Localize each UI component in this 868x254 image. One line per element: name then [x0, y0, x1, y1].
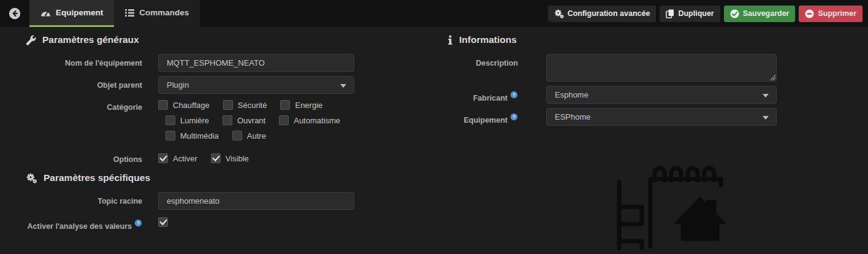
- section-title-text: Informations: [459, 34, 517, 45]
- tab-commandes[interactable]: Commandes: [114, 0, 200, 27]
- checkbox-label: Energie: [295, 101, 322, 110]
- check-circle-icon: [730, 9, 739, 18]
- button-label: Sauvegarder: [743, 9, 790, 18]
- category-checkbox-automatisme[interactable]: Automatisme: [279, 115, 340, 125]
- svg-text:?: ?: [512, 92, 516, 98]
- fabricant-row: Fabricant? Esphome: [429, 86, 868, 104]
- chevron-down-icon: [763, 116, 769, 120]
- wrench-icon: [26, 35, 36, 45]
- category-checkbox-ouvrant[interactable]: Ouvrant: [223, 115, 265, 125]
- fabricant-label: Fabricant?: [429, 86, 518, 104]
- equipement-type-select[interactable]: ESPhome: [546, 108, 777, 126]
- tab-label: Equipement: [56, 8, 103, 17]
- action-buttons: Configuration avancée Dupliquer Sauvegar…: [548, 0, 868, 27]
- checkbox[interactable]: [223, 115, 232, 125]
- checkbox-label: Sécurité: [238, 101, 267, 110]
- category-checkbox-chauffage[interactable]: Chauffage: [158, 100, 210, 110]
- esphome-logo: [613, 158, 726, 250]
- advanced-config-button[interactable]: Configuration avancée: [548, 6, 657, 22]
- checkbox[interactable]: [280, 100, 290, 110]
- parent-object-select[interactable]: Plugin: [158, 76, 354, 94]
- option-checkbox-activer[interactable]: Activer: [158, 153, 197, 163]
- info-icon: [447, 35, 453, 45]
- informations-panel: Informations Description Fabricant? Esph…: [429, 34, 868, 130]
- general-panel: Paramètres généraux Nom de l'équipement …: [0, 34, 417, 235]
- checkbox[interactable]: [158, 153, 168, 163]
- checkbox-label: Visible: [226, 154, 249, 163]
- selected-value: ESPhome: [555, 112, 591, 121]
- checkbox-label: Ouvrant: [237, 116, 265, 125]
- label-text: Equipement: [463, 116, 508, 125]
- informations-section-title: Informations: [447, 34, 868, 45]
- label-text: Fabricant: [473, 94, 508, 102]
- question-circle-icon[interactable]: ?: [134, 219, 142, 227]
- equipment-name-input[interactable]: [158, 54, 354, 72]
- checkbox[interactable]: [166, 115, 175, 125]
- chevron-down-icon: [340, 84, 346, 88]
- question-circle-icon[interactable]: ?: [510, 91, 518, 99]
- root-topic-label: Topic racine: [0, 192, 142, 210]
- button-label: Configuration avancée: [568, 9, 650, 18]
- cogs-icon: [554, 9, 564, 18]
- checkbox[interactable]: [158, 217, 168, 227]
- resize-grip[interactable]: [770, 75, 775, 80]
- checkbox-label: Autre: [247, 131, 266, 140]
- chevron-down-icon: [763, 94, 769, 98]
- options-label: Options: [0, 150, 142, 164]
- svg-text:?: ?: [137, 220, 140, 226]
- selected-value: Esphome: [555, 90, 588, 99]
- root-topic-row: Topic racine: [0, 192, 417, 210]
- checkbox-label: Activer: [173, 154, 197, 163]
- checkbox[interactable]: [158, 100, 168, 110]
- save-button[interactable]: Sauvegarder: [724, 6, 796, 22]
- question-circle-icon[interactable]: ?: [510, 113, 518, 121]
- label-text: Activer l'analyse des valeurs: [28, 222, 132, 231]
- checkbox[interactable]: [279, 115, 289, 125]
- svg-text:?: ?: [512, 114, 516, 120]
- delete-button[interactable]: Supprimer: [799, 6, 862, 22]
- fabricant-select[interactable]: Esphome: [546, 86, 777, 104]
- gauge-icon: [40, 8, 51, 17]
- description-textarea[interactable]: [546, 54, 777, 82]
- checkbox[interactable]: [211, 153, 221, 163]
- arrow-left-circle-icon: [8, 7, 21, 20]
- selected-value: Plugin: [167, 80, 189, 90]
- category-checkbox-securite[interactable]: Sécurité: [223, 100, 267, 110]
- category-checkbox-autre[interactable]: Autre: [232, 131, 266, 140]
- options-row: Options Activer Visible: [0, 150, 417, 164]
- button-label: Dupliquer: [678, 9, 714, 18]
- value-analysis-checkbox[interactable]: [158, 217, 354, 227]
- option-checkbox-visible[interactable]: Visible: [211, 153, 249, 163]
- tab-strip: Equipement Commandes: [29, 0, 200, 27]
- duplicate-button[interactable]: Dupliquer: [660, 6, 720, 22]
- equipment-name-label: Nom de l'équipement: [0, 54, 142, 72]
- checkbox[interactable]: [223, 100, 233, 110]
- parent-object-row: Objet parent Plugin: [0, 76, 417, 94]
- equipment-name-row: Nom de l'équipement: [0, 54, 417, 72]
- category-row: Catégorie Chauffage Sécurité Energie: [0, 98, 417, 146]
- checkbox[interactable]: [166, 131, 175, 140]
- back-button[interactable]: [0, 0, 29, 27]
- category-checkbox-energie[interactable]: Energie: [280, 100, 322, 110]
- description-row: Description: [429, 54, 868, 82]
- tab-label: Commandes: [139, 8, 189, 17]
- checkbox-label: Chauffage: [173, 101, 210, 110]
- root-topic-input[interactable]: [158, 192, 354, 210]
- minus-circle-icon: [805, 9, 814, 18]
- checkbox[interactable]: [232, 131, 242, 140]
- category-checkbox-lumiere[interactable]: Lumière: [166, 115, 209, 125]
- specific-section-title: Paramètres spécifiques: [26, 172, 417, 183]
- category-checkbox-multimedia[interactable]: Multimédia: [166, 131, 219, 140]
- checkbox-label: Multimédia: [180, 131, 219, 140]
- description-label: Description: [429, 54, 518, 82]
- copy-icon: [666, 9, 674, 18]
- value-analysis-label: Activer l'analyse des valeurs?: [0, 214, 142, 231]
- checkbox-label: Automatisme: [294, 116, 340, 125]
- equipement-type-row: Equipement? ESPhome: [429, 108, 868, 126]
- general-section-title: Paramètres généraux: [26, 34, 417, 45]
- parent-object-label: Objet parent: [0, 76, 142, 94]
- section-title-text: Paramètres spécifiques: [44, 172, 150, 183]
- tab-equipement[interactable]: Equipement: [29, 0, 114, 27]
- category-label: Catégorie: [0, 98, 142, 146]
- checkbox-label: Lumière: [180, 116, 209, 125]
